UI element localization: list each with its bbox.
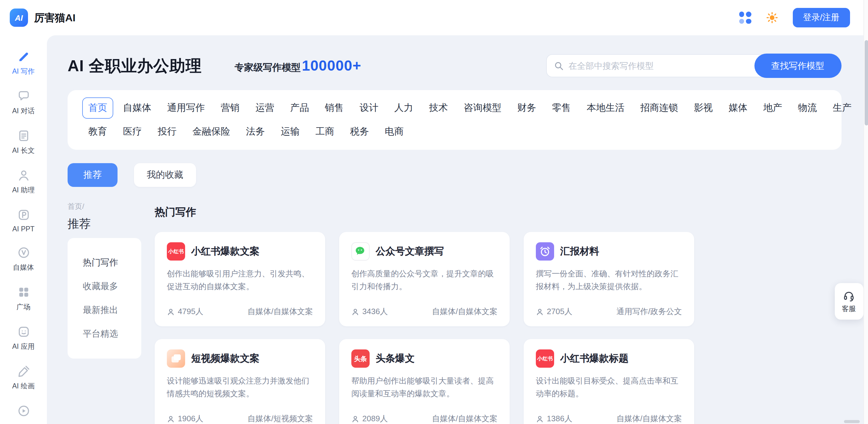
topbar: AI 厉害猫AI 登录/注册 — [0, 0, 868, 35]
sidebar-item-ai-ppt[interactable]: AI PPT — [0, 202, 47, 240]
app-window: AI 厉害猫AI 登录/注册 AI 写作 AI 对话 AI 长文 — [0, 0, 868, 424]
category-tab[interactable]: 技术 — [423, 97, 454, 119]
category-tab[interactable]: 咨询模型 — [458, 97, 507, 119]
rail-item-most-favorited[interactable]: 收藏最多 — [68, 274, 141, 298]
category-tab[interactable]: 销售 — [319, 97, 350, 119]
category-tab[interactable]: 媒体 — [722, 97, 753, 119]
ppt-icon — [17, 208, 30, 222]
login-button[interactable]: 登录/注册 — [793, 8, 850, 27]
sidebar-item-ai-writing[interactable]: AI 写作 — [0, 44, 47, 84]
category-tab[interactable]: 首页 — [82, 97, 113, 119]
rail-item-platform-picks[interactable]: 平台精选 — [68, 322, 141, 346]
sidebar-item-video-tutorial[interactable] — [0, 398, 47, 424]
user-icon — [351, 308, 359, 316]
card-description: 撰写一份全面、准确、有针对性的政务汇报材料，为上级决策提供依据。 — [536, 267, 682, 293]
model-card[interactable]: 小红书 小红书爆款标题 设计出能吸引目标受众、提高点击率和互动率的标题。 138… — [524, 339, 694, 424]
card-head: 公众号文章撰写 — [351, 242, 497, 261]
sidebar-item-ai-assistant[interactable]: AI 助理 — [0, 163, 47, 202]
wechat-icon — [351, 242, 370, 261]
main-content: AI 全职业办公助理 专家级写作模型 100000+ 查找写作模型 首页 自媒体 — [47, 35, 868, 424]
model-card[interactable]: 短视频爆款文案 设计能够迅速吸引观众注意力并激发他们情感共鸣的短视频文案。 19… — [155, 339, 325, 424]
user-icon — [167, 308, 175, 316]
card-title: 小红书爆款文案 — [191, 245, 259, 258]
category-tab[interactable]: 电商 — [379, 121, 410, 142]
short-video-icon — [167, 350, 185, 368]
document-icon — [17, 129, 30, 142]
pencil-icon — [17, 50, 30, 63]
category-tab[interactable]: 工商 — [309, 121, 340, 142]
category-tab[interactable]: 零售 — [546, 97, 577, 119]
category-tab[interactable]: 影视 — [688, 97, 719, 119]
category-tab[interactable]: 投行 — [152, 121, 183, 142]
model-card[interactable]: 公众号文章撰写 创作高质量的公众号文章，提升文章的吸引力和传播力。 3436人 … — [339, 232, 510, 326]
category-tab[interactable]: 本地生活 — [581, 97, 630, 119]
person-icon — [17, 169, 30, 182]
vertical-scrollbar — [863, 0, 868, 424]
sidebar-item-ai-longform[interactable]: AI 长文 — [0, 123, 47, 163]
card-grid: 小红书 小红书爆款文案 创作出能够吸引用户注意力、引发共鸣、促进互动的自媒体文案… — [155, 232, 694, 424]
user-icon — [351, 415, 359, 423]
category-tab[interactable]: 税务 — [344, 121, 375, 142]
sidebar-item-media[interactable]: 自媒体 — [0, 240, 47, 280]
search-button[interactable]: 查找写作模型 — [754, 54, 841, 78]
apps-grid-icon[interactable] — [739, 11, 751, 24]
app-shell: AI 写作 AI 对话 AI 长文 AI 助理 AI PPT 自媒体 — [0, 35, 868, 424]
play-circle-icon — [17, 404, 30, 418]
rail-item-newest[interactable]: 最新推出 — [68, 298, 141, 322]
category-tab[interactable]: 法务 — [240, 121, 271, 142]
sidebar-item-plaza[interactable]: 广场 — [0, 280, 47, 319]
model-card[interactable]: 小红书 小红书爆款文案 创作出能够吸引用户注意力、引发共鸣、促进互动的自媒体文案… — [155, 232, 325, 326]
theme-sun-icon[interactable] — [765, 11, 778, 24]
customer-service-button[interactable]: 客服 — [835, 283, 863, 320]
sidebar-item-ai-apps[interactable]: AI 应用 — [0, 319, 47, 359]
category-tab[interactable]: 运输 — [275, 121, 306, 142]
card-description: 创作高质量的公众号文章，提升文章的吸引力和传播力。 — [351, 267, 497, 293]
vertical-scrollbar-thumb[interactable] — [865, 40, 868, 125]
card-users: 4795人 — [167, 306, 204, 317]
search-input[interactable] — [546, 54, 772, 77]
category-tab[interactable]: 人力 — [388, 97, 419, 119]
tab-recommended[interactable]: 推荐 — [68, 163, 118, 187]
category-tab[interactable]: 医疗 — [117, 121, 148, 142]
card-category: 自媒体/自媒体文案 — [432, 306, 497, 317]
category-tab[interactable]: 教育 — [82, 121, 113, 142]
category-tab[interactable]: 设计 — [353, 97, 384, 119]
category-tab[interactable]: 生产 — [827, 97, 858, 119]
plaza-grid-icon — [17, 286, 30, 299]
model-card[interactable]: 汇报材料 撰写一份全面、准确、有针对性的政务汇报材料，为上级决策提供依据。 27… — [524, 232, 694, 326]
category-row-1: 首页 自媒体 通用写作 营销 运营 产品 销售 设计 人力 技术 咨询模型 财务… — [82, 97, 827, 119]
breadcrumb[interactable]: 首页/ — [68, 201, 141, 212]
category-tab[interactable]: 营销 — [215, 97, 246, 119]
card-category: 自媒体/自媒体文案 — [617, 413, 682, 424]
page-title: AI 全职业办公助理 — [68, 55, 202, 76]
category-tab[interactable]: 招商连锁 — [634, 97, 684, 119]
category-panel: 首页 自媒体 通用写作 营销 运营 产品 销售 设计 人力 技术 咨询模型 财务… — [68, 90, 841, 150]
card-head: 短视频爆款文案 — [167, 350, 313, 368]
category-tab[interactable]: 物流 — [792, 97, 823, 119]
card-head: 小红书 小红书爆款文案 — [167, 242, 313, 261]
rail-item-hot-writing[interactable]: 热门写作 — [68, 251, 141, 274]
card-title: 小红书爆款标题 — [560, 352, 628, 365]
card-description: 创作出能够吸引用户注意力、引发共鸣、促进互动的自媒体文案。 — [167, 267, 313, 293]
xiaohongshu-icon: 小红书 — [536, 350, 554, 368]
section-title: 热门写作 — [155, 205, 694, 219]
sidebar-item-ai-paint[interactable]: AI 绘画 — [0, 359, 47, 398]
category-tab[interactable]: 金融保险 — [186, 121, 236, 142]
left-rail: 首页/ 推荐 热门写作 收藏最多 最新推出 平台精选 — [68, 201, 141, 359]
card-head: 汇报材料 — [536, 242, 682, 261]
model-card[interactable]: 头条 头条爆文 帮助用户创作出能够吸引大量读者、提高阅读量和互动率的爆款文章。 … — [339, 339, 510, 424]
category-tab[interactable]: 财务 — [511, 97, 542, 119]
sidebar-item-ai-chat[interactable]: AI 对话 — [0, 84, 47, 123]
category-tab[interactable]: 自媒体 — [117, 97, 157, 119]
brand[interactable]: AI 厉害猫AI — [10, 8, 75, 27]
horizontal-scrollbar-thumb[interactable] — [844, 420, 860, 423]
tab-my-favorites[interactable]: 我的收藏 — [134, 163, 196, 187]
category-tab[interactable]: 地产 — [757, 97, 788, 119]
category-tab[interactable]: 运营 — [249, 97, 280, 119]
app-logo-icon: AI — [10, 8, 28, 27]
category-tab[interactable]: 通用写作 — [161, 97, 211, 119]
card-title: 汇报材料 — [560, 245, 599, 258]
card-title: 头条爆文 — [376, 352, 415, 365]
card-footer: 2705人 通用写作/政务公文 — [536, 306, 682, 317]
category-tab[interactable]: 产品 — [284, 97, 315, 119]
